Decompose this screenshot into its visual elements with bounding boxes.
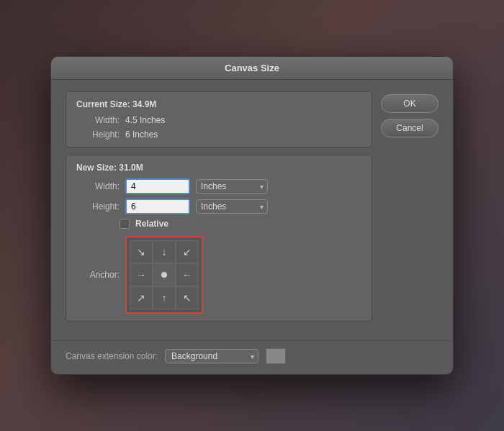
current-height-row: Height: 6 Inches	[76, 130, 361, 140]
anchor-cell-bl[interactable]: ↗	[130, 286, 153, 309]
anchor-cell-tr[interactable]: ↙	[176, 240, 199, 263]
current-width-row: Width: 4.5 Inches	[76, 115, 361, 125]
current-size-title: Current Size: 34.9M	[76, 99, 361, 109]
anchor-cell-tl[interactable]: ↘	[130, 240, 153, 263]
current-height-value: 6 Inches	[125, 130, 158, 140]
relative-checkbox[interactable]	[120, 219, 130, 229]
dialog-main: Current Size: 34.9M Width: 4.5 Inches He…	[66, 91, 372, 329]
anchor-cell-tc[interactable]: ↓	[153, 240, 176, 263]
canvas-extension-label: Canvas extension color:	[66, 351, 158, 361]
cancel-button[interactable]: Cancel	[381, 119, 438, 137]
anchor-row: Anchor: ↘ ↓ ↙ → ← ↗ ↑	[76, 236, 361, 314]
relative-label: Relative	[135, 219, 168, 229]
relative-row: Relative	[76, 219, 361, 229]
height-input[interactable]	[125, 199, 190, 214]
current-width-label: Width:	[76, 115, 120, 125]
canvas-size-dialog: Canvas Size Current Size: 34.9M Width: 4…	[50, 56, 454, 375]
width-input[interactable]	[125, 178, 190, 194]
anchor-cell-ml[interactable]: →	[130, 263, 153, 286]
anchor-center-dot	[161, 272, 167, 278]
anchor-cell-mc[interactable]	[153, 263, 176, 286]
height-unit-select[interactable]: Inches Pixels Centimeters Millimeters Po…	[196, 199, 268, 214]
new-width-row: Width: Inches Pixels Centimeters Millime…	[76, 178, 361, 194]
ok-button[interactable]: OK	[381, 94, 438, 113]
current-width-value: 4.5 Inches	[125, 115, 165, 125]
dialog-body: Current Size: 34.9M Width: 4.5 Inches He…	[51, 80, 453, 340]
width-unit-select[interactable]: Inches Pixels Centimeters Millimeters Po…	[196, 179, 268, 194]
anchor-label: Anchor:	[76, 270, 120, 280]
anchor-grid: ↘ ↓ ↙ → ← ↗ ↑ ↖	[125, 236, 203, 314]
new-size-section: New Size: 31.0M Width: Inches Pixels Cen…	[66, 155, 372, 322]
width-unit-wrapper: Inches Pixels Centimeters Millimeters Po…	[196, 179, 268, 194]
canvas-extension-color-swatch[interactable]	[266, 348, 286, 364]
new-height-row: Height: Inches Pixels Centimeters Millim…	[76, 199, 361, 214]
dialog-title: Canvas Size	[225, 63, 279, 73]
new-width-label: Width:	[76, 181, 120, 191]
current-size-section: Current Size: 34.9M Width: 4.5 Inches He…	[66, 91, 372, 148]
anchor-cell-br[interactable]: ↖	[176, 286, 199, 309]
height-unit-wrapper: Inches Pixels Centimeters Millimeters Po…	[196, 199, 268, 214]
dialog-titlebar: Canvas Size	[51, 57, 453, 80]
new-size-title: New Size: 31.0M	[76, 163, 361, 173]
new-height-label: Height:	[76, 201, 120, 212]
canvas-extension-select[interactable]: Background Foreground White Black Gray O…	[165, 349, 258, 363]
dialog-footer: Canvas extension color: Background Foreg…	[51, 340, 453, 374]
anchor-cell-mr[interactable]: ←	[176, 263, 199, 286]
anchor-cell-bc[interactable]: ↑	[153, 286, 176, 309]
canvas-extension-select-wrapper: Background Foreground White Black Gray O…	[165, 349, 258, 363]
current-height-label: Height:	[76, 130, 120, 140]
dialog-actions: OK Cancel	[381, 91, 438, 329]
